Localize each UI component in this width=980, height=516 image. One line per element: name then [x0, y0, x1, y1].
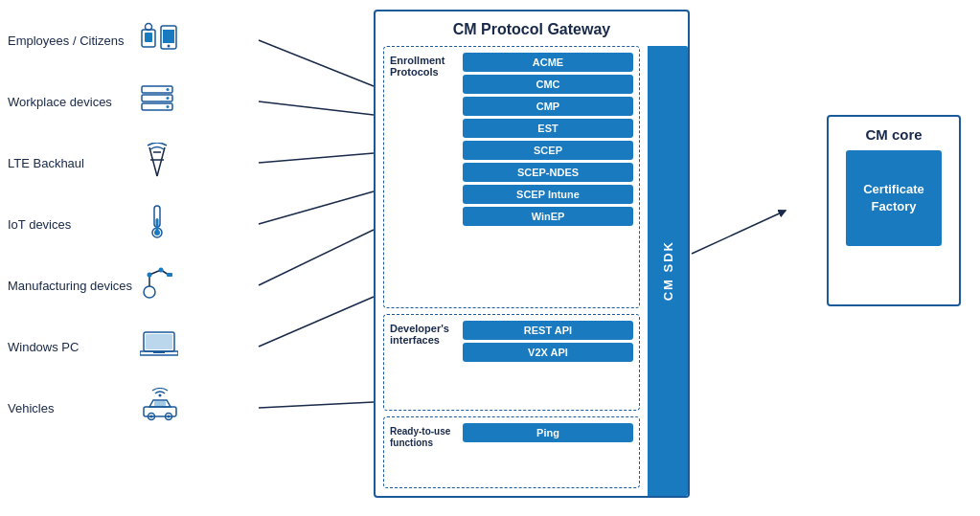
developer-label: Developer's interfaces — [390, 321, 457, 404]
svg-line-6 — [259, 402, 374, 408]
developer-protocols: REST API V2X API — [463, 321, 633, 404]
enrollment-section: Enrollment Protocols ACME CMC CMP EST SC… — [383, 46, 640, 308]
developer-section: Developer's interfaces REST API V2X API — [383, 314, 640, 411]
svg-rect-36 — [146, 334, 172, 349]
device-manufacturing: Manufacturing devices — [0, 255, 268, 316]
windows-label: Windows PC — [8, 340, 132, 354]
vehicles-label: Vehicles — [8, 401, 132, 415]
svg-rect-34 — [167, 273, 172, 277]
device-lte: LTE Backhaul — [0, 132, 268, 193]
vehicles-icon — [140, 388, 174, 428]
workplace-icon — [140, 84, 174, 119]
svg-point-43 — [150, 415, 153, 418]
employees-label: Employees / Citizens — [8, 34, 132, 48]
sdk-label: CM SDK — [661, 240, 675, 301]
enrollment-label: Enrollment Protocols — [390, 53, 457, 302]
proto-acme: ACME — [463, 53, 633, 72]
proto-ping: Ping — [463, 423, 633, 442]
svg-point-33 — [159, 268, 164, 273]
svg-point-13 — [168, 45, 171, 48]
iot-icon — [140, 204, 174, 244]
svg-point-44 — [168, 415, 171, 418]
cert-factory-box: Certificate Factory — [846, 150, 942, 246]
device-iot: IoT devices — [0, 193, 268, 255]
gateway-inner: Enrollment Protocols ACME CMC CMP EST SC… — [383, 46, 640, 488]
svg-rect-9 — [145, 33, 152, 42]
ready-protocols: Ping — [463, 423, 633, 482]
proto-cmp: CMP — [463, 97, 633, 116]
proto-scep-intune: SCEP Intune — [463, 185, 633, 204]
ready-label: Ready-to-use functions — [390, 423, 457, 482]
iot-label: IoT devices — [8, 217, 132, 232]
devices-column: Employees / Citizens Workplace devices — [0, 10, 268, 438]
proto-v2x-api: V2X API — [463, 343, 633, 362]
device-workplace: Workplace devices — [0, 71, 268, 132]
ready-section: Ready-to-use functions Ping — [383, 416, 640, 488]
svg-point-32 — [148, 273, 152, 278]
cert-factory-label: Certificate Factory — [863, 181, 924, 215]
svg-line-2 — [259, 153, 374, 163]
svg-point-18 — [167, 97, 170, 100]
svg-point-27 — [154, 230, 160, 236]
svg-point-39 — [159, 394, 162, 397]
proto-scep: SCEP — [463, 141, 633, 160]
lte-label: LTE Backhaul — [8, 156, 132, 170]
svg-line-5 — [259, 297, 374, 347]
svg-line-4 — [259, 230, 374, 285]
svg-point-17 — [167, 88, 170, 91]
proto-est: EST — [463, 119, 633, 138]
diagram: Employees / Citizens Workplace devices — [0, 0, 980, 516]
sdk-bar: CM SDK — [648, 46, 688, 496]
proto-winep: WinEP — [463, 207, 633, 226]
svg-line-3 — [259, 191, 374, 224]
device-employees: Employees / Citizens — [0, 10, 268, 71]
svg-line-1 — [259, 101, 374, 115]
enrollment-protocols: ACME CMC CMP EST SCEP SCEP-NDES SCEP Int… — [463, 53, 633, 302]
manufacturing-label: Manufacturing devices — [8, 279, 132, 293]
device-vehicles: Vehicles — [0, 377, 268, 438]
svg-point-28 — [144, 286, 155, 298]
device-windows: Windows PC — [0, 316, 268, 377]
svg-rect-12 — [163, 30, 174, 43]
svg-line-0 — [259, 40, 374, 86]
core-title: CM core — [865, 117, 922, 150]
manufacturing-icon — [140, 265, 174, 305]
proto-scep-ndes: SCEP-NDES — [463, 163, 633, 182]
gateway-title: CM Protocol Gateway — [376, 11, 688, 44]
proto-cmc: CMC — [463, 75, 633, 94]
svg-point-19 — [167, 105, 170, 108]
gateway-box: CM Protocol Gateway CM SDK Enrollment Pr… — [374, 10, 690, 498]
workplace-label: Workplace devices — [8, 95, 132, 109]
proto-rest-api: REST API — [463, 321, 633, 340]
core-box: CM core Certificate Factory — [827, 115, 961, 306]
svg-rect-38 — [153, 351, 165, 353]
lte-icon — [140, 143, 174, 183]
employees-icon — [140, 22, 174, 58]
windows-icon — [140, 330, 174, 363]
svg-line-7 — [692, 211, 786, 254]
svg-rect-45 — [154, 401, 166, 406]
